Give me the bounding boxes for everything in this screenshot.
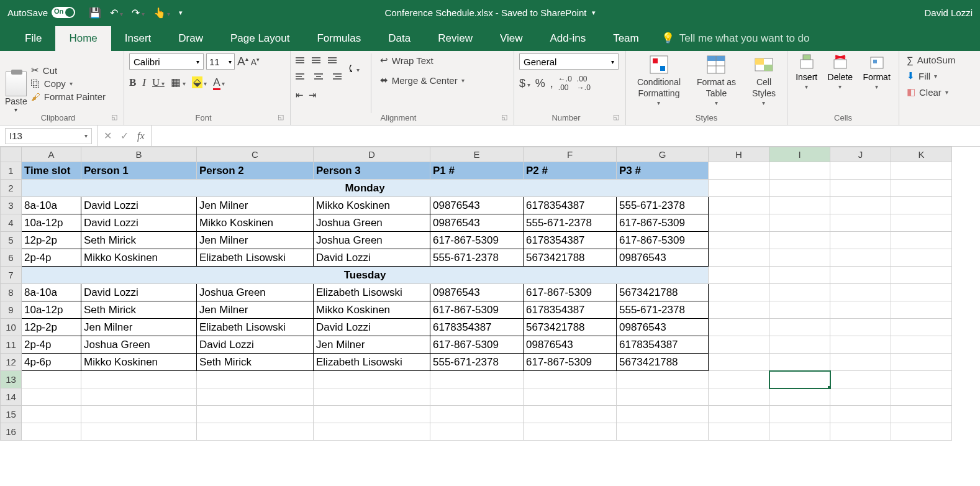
table-header-cell[interactable]: P2 # [524,162,617,180]
spreadsheet-grid[interactable]: ABCDEFGHIJK1Time slotPerson 1Person 2Per… [0,147,980,441]
cell-F13[interactable] [524,371,617,388]
row-header-4[interactable]: 4 [1,214,22,232]
data-cell[interactable]: Jen Milner [197,301,314,319]
decrease-decimal-icon[interactable]: .00→.0 [577,75,591,92]
data-cell[interactable]: 555-671-2378 [524,214,617,232]
tab-formulas[interactable]: Formulas [303,26,374,51]
data-cell[interactable]: 8a-10a [22,284,81,301]
col-header-I[interactable]: I [769,147,830,162]
qat-customize-icon[interactable]: ▾ [179,9,183,17]
data-cell[interactable]: Mikko Koskinen [81,249,197,267]
data-cell[interactable]: David Lozzi [314,249,430,267]
data-cell[interactable]: 6178354387 [617,336,709,354]
fx-icon[interactable]: fx [137,131,145,142]
data-cell[interactable]: 6178354387 [524,197,617,214]
cell-K4[interactable] [891,214,952,232]
cell-H16[interactable] [709,423,769,441]
paste-button[interactable]: Paste ▾ [5,53,27,113]
data-cell[interactable]: 2p-4p [22,336,81,354]
data-cell[interactable]: 09876543 [617,249,709,267]
data-cell[interactable]: David Lozzi [314,319,430,336]
wrap-text-button[interactable]: ↩Wrap Text [378,53,467,67]
cell-J5[interactable] [830,232,891,249]
row-header-11[interactable]: 11 [1,336,22,354]
cell-A13[interactable] [22,371,81,388]
cell-H2[interactable] [709,180,769,197]
increase-decimal-icon[interactable]: ←.0.00 [558,75,572,92]
cell-K12[interactable] [891,354,952,371]
format-cells-button[interactable]: Format [863,53,890,113]
col-header-G[interactable]: G [617,147,709,162]
cell-D15[interactable] [314,406,430,423]
cell-I15[interactable] [769,406,830,423]
cell-B14[interactable] [81,388,197,406]
cell-H11[interactable] [709,336,769,354]
data-cell[interactable]: 10a-12p [22,214,81,232]
data-cell[interactable]: 12p-2p [22,319,81,336]
cell-I12[interactable] [769,354,830,371]
cell-A14[interactable] [22,388,81,406]
cell-K14[interactable] [891,388,952,406]
cell-E14[interactable] [430,388,524,406]
cell-I13[interactable] [769,371,830,388]
row-header-14[interactable]: 14 [1,388,22,406]
redo-icon[interactable]: ↷ [132,7,145,19]
col-header-B[interactable]: B [81,147,197,162]
font-launcher-icon[interactable]: ◱ [278,113,285,124]
cell-I1[interactable] [769,162,830,180]
cell-H3[interactable] [709,197,769,214]
data-cell[interactable]: 6178354387 [524,232,617,249]
cell-B16[interactable] [81,423,197,441]
row-header-10[interactable]: 10 [1,319,22,336]
row-header-5[interactable]: 5 [1,232,22,249]
font-color-button[interactable]: A [213,76,225,89]
chevron-down-icon[interactable]: ▾ [592,9,596,17]
data-cell[interactable]: Elizabeth Lisowski [314,354,430,371]
cell-I14[interactable] [769,388,830,406]
data-cell[interactable]: Mikko Koskinen [314,197,430,214]
cell-C15[interactable] [197,406,314,423]
data-cell[interactable]: Elizabeth Lisowski [314,284,430,301]
data-cell[interactable]: Seth Mirick [81,301,197,319]
shrink-font-icon[interactable]: A▾ [251,57,260,67]
col-header-H[interactable]: H [709,147,769,162]
cell-H5[interactable] [709,232,769,249]
row-header-16[interactable]: 16 [1,423,22,441]
col-header-E[interactable]: E [430,147,524,162]
align-launcher-icon[interactable]: ◱ [501,113,509,124]
toggle-switch[interactable]: On [52,7,75,18]
data-cell[interactable]: David Lozzi [197,336,314,354]
cell-I2[interactable] [769,180,830,197]
cell-I5[interactable] [769,232,830,249]
cell-J13[interactable] [830,371,891,388]
data-cell[interactable]: David Lozzi [81,197,197,214]
cell-K16[interactable] [891,423,952,441]
data-cell[interactable]: 6178354387 [430,319,524,336]
autosum-button[interactable]: ∑AutoSum [904,53,963,66]
cell-E16[interactable] [430,423,524,441]
col-header-F[interactable]: F [524,147,617,162]
cell-I10[interactable] [769,319,830,336]
cell-J14[interactable] [830,388,891,406]
data-cell[interactable]: 617-867-5309 [617,214,709,232]
name-box[interactable]: I13▾ [5,128,92,144]
table-header-cell[interactable]: Time slot [22,162,81,180]
data-cell[interactable]: 617-867-5309 [617,232,709,249]
cell-A16[interactable] [22,423,81,441]
data-cell[interactable]: Joshua Green [197,284,314,301]
cell-F15[interactable] [524,406,617,423]
cell-J11[interactable] [830,336,891,354]
data-cell[interactable]: 5673421788 [524,319,617,336]
formula-input[interactable] [152,128,980,144]
decrease-indent-icon[interactable]: ⇤ [296,89,304,101]
table-header-cell[interactable]: Person 1 [81,162,197,180]
data-cell[interactable]: 5673421788 [524,249,617,267]
tab-page-layout[interactable]: Page Layout [217,26,303,51]
data-cell[interactable]: Joshua Green [81,336,197,354]
font-name-select[interactable]: Calibri▾ [129,53,204,70]
cell-I6[interactable] [769,249,830,267]
font-size-select[interactable]: 11▾ [206,53,235,70]
number-format-select[interactable]: General▾ [519,53,619,70]
cell-F14[interactable] [524,388,617,406]
col-header-J[interactable]: J [830,147,891,162]
